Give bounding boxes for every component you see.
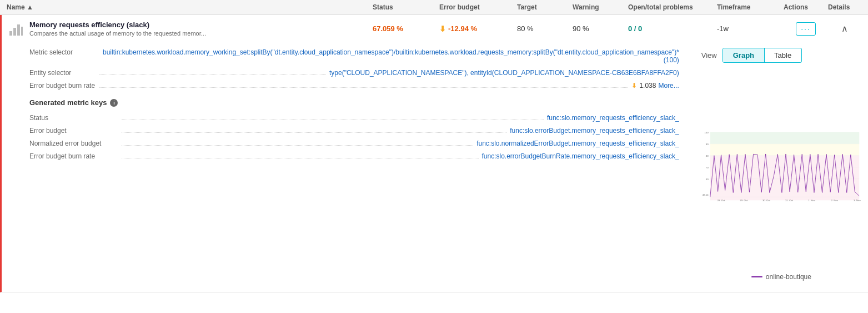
burn-rate-metric-row: Error budget burn rate func:slo.errorBud… — [29, 152, 679, 160]
slo-description: Compares the actual usage of memory to t… — [29, 30, 206, 37]
chart-svg: 100 90 80 70 60 43.14 28. Oct 29. Oct — [701, 69, 861, 270]
status-metric-row: Status func:slo.memory_requests_efficien… — [29, 113, 679, 122]
status-metric-label: Status — [29, 114, 118, 122]
burn-rate-number: 1.038 — [639, 82, 656, 90]
burn-rate-row: Error budget burn rate ⬇ 1.038 More... — [29, 81, 679, 90]
normalized-budget-value: func:slo.normalizedErrorBudget.memory_re… — [476, 140, 679, 147]
status-metric-dots — [122, 113, 544, 120]
normalized-budget-label: Normalized error budget — [29, 140, 118, 147]
left-panel: Metric selector builtin:kubernetes.workl… — [29, 48, 690, 281]
normalized-budget-row: Normalized error budget func:slo.normali… — [29, 139, 679, 147]
burn-rate-dots — [99, 81, 628, 88]
graph-tab[interactable]: Graph — [723, 48, 765, 63]
budget-cell: ⬇ -12.94 % — [439, 24, 517, 33]
entity-selector-row: Entity selector type("CLOUD_APPLICATION_… — [29, 68, 679, 77]
burn-rate-more-link[interactable]: More... — [658, 82, 679, 90]
tab-group: Graph Table — [723, 48, 802, 63]
budget-down-icon: ⬇ — [439, 24, 446, 33]
slo-title[interactable]: Memory requests efficiency (slack) — [29, 21, 206, 29]
svg-rect-1 — [13, 28, 16, 36]
burn-rate-label: Error budget burn rate — [29, 82, 96, 90]
entity-selector-label: Entity selector — [29, 69, 96, 77]
name-cell: Memory requests efficiency (slack) Compa… — [8, 21, 373, 37]
header-open-problems: Open/total problems — [628, 3, 717, 11]
header-timeframe: Timeframe — [717, 3, 784, 11]
slo-icon — [8, 21, 24, 37]
svg-rect-2 — [17, 24, 20, 36]
error-budget-metric-value: func:slo.errorBudget.memory_requests_eff… — [510, 127, 679, 135]
details-cell: ∧ — [828, 23, 861, 34]
entity-selector-value: type("CLOUD_APPLICATION_NAMESPACE"), ent… — [329, 69, 679, 77]
header-status: Status — [373, 3, 439, 11]
legend-line-icon — [751, 276, 762, 277]
svg-text:100: 100 — [704, 131, 709, 134]
metric-selector-value: builtin:kubernetes.workload.memory_worki… — [103, 48, 679, 64]
svg-rect-3 — [21, 27, 23, 36]
chevron-up-icon[interactable]: ∧ — [841, 23, 848, 34]
info-icon[interactable]: i — [110, 99, 118, 107]
problems-cell: 0 / 0 — [628, 24, 717, 33]
burn-rate-metric-label: Error budget burn rate — [29, 152, 118, 160]
slo-row: Memory requests efficiency (slack) Compa… — [0, 15, 868, 292]
svg-text:90: 90 — [706, 143, 709, 146]
timeframe-cell: -1w — [717, 24, 784, 33]
name-text: Memory requests efficiency (slack) Compa… — [29, 21, 206, 37]
svg-text:31. Oct: 31. Oct — [785, 199, 794, 202]
actions-cell: ··· — [784, 22, 828, 36]
right-panel: View Graph Table 100 90 — [701, 48, 861, 281]
svg-text:60: 60 — [706, 178, 709, 181]
svg-rect-5 — [710, 144, 859, 156]
error-budget-metric-row: Error budget func:slo.errorBudget.memory… — [29, 126, 679, 135]
svg-rect-4 — [710, 132, 859, 144]
burn-icon: ⬇ — [631, 82, 637, 90]
main-row: Memory requests efficiency (slack) Compa… — [2, 15, 868, 42]
header-name[interactable]: Name ▲ — [7, 3, 373, 11]
header-details: Details — [828, 3, 861, 11]
generated-metric-keys-title: Generated metric keys i — [29, 98, 679, 107]
svg-text:3. Nov: 3. Nov — [854, 199, 861, 202]
svg-text:29. Oct: 29. Oct — [740, 199, 748, 202]
status-metric-value: func:slo.memory_requests_efficiency_slac… — [547, 114, 679, 122]
status-cell: 67.059 % — [373, 24, 439, 33]
table-header: Name ▲ Status Error budget Target Warnin… — [0, 0, 868, 15]
svg-text:30. Oct: 30. Oct — [762, 199, 771, 202]
header-warning: Warning — [573, 3, 628, 11]
budget-value: -12.94 % — [448, 24, 477, 33]
warning-cell: 90 % — [573, 24, 628, 33]
svg-text:2. Nov: 2. Nov — [831, 199, 838, 202]
chart-legend: online-boutique — [701, 273, 861, 281]
svg-text:80: 80 — [706, 155, 709, 157]
table-tab[interactable]: Table — [764, 48, 801, 62]
svg-text:28. Oct: 28. Oct — [717, 199, 725, 202]
header-actions: Actions — [784, 3, 828, 11]
target-cell: 80 % — [517, 24, 573, 33]
view-label: View — [701, 51, 717, 59]
burn-rate-metric-value: func:slo.errorBudgetBurnRate.memory_requ… — [482, 152, 679, 160]
svg-text:70: 70 — [706, 166, 709, 169]
svg-rect-0 — [9, 31, 12, 36]
error-budget-metric-label: Error budget — [29, 127, 118, 135]
legend-label: online-boutique — [766, 273, 811, 281]
svg-text:1. Nov: 1. Nov — [808, 199, 815, 202]
expanded-content: Metric selector builtin:kubernetes.workl… — [2, 42, 868, 292]
header-error-budget: Error budget — [439, 3, 517, 11]
burn-rate-value: ⬇ 1.038 More... — [631, 82, 679, 90]
chart-container: 100 90 80 70 60 43.14 28. Oct 29. Oct — [701, 69, 861, 270]
normalized-budget-dots — [122, 139, 473, 146]
entity-selector-dots — [99, 68, 326, 75]
actions-button[interactable]: ··· — [796, 22, 816, 36]
header-target: Target — [517, 3, 573, 11]
burn-rate-metric-dots — [122, 152, 479, 158]
metric-selector-label: Metric selector — [29, 48, 96, 56]
view-toggle: View Graph Table — [701, 48, 861, 63]
metric-selector-row: Metric selector builtin:kubernetes.workl… — [29, 48, 679, 64]
error-budget-metric-dots — [122, 126, 506, 133]
svg-text:43.14: 43.14 — [703, 193, 709, 196]
